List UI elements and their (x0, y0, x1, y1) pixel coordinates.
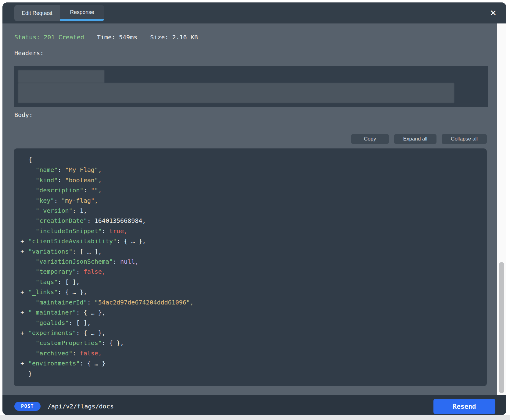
code-line: "goalIds": [ ], (19, 318, 481, 328)
code-line-text: "tags": [ ], (28, 277, 80, 287)
code-line-text: "experiments": { … }, (28, 328, 106, 338)
headers-label: Headers: (14, 49, 44, 57)
code-line: +"environments": { … } (19, 358, 481, 368)
code-gutter (19, 175, 28, 185)
code-line-text: "name": "My Flag", (28, 165, 102, 175)
response-meta: Status: 201 Created Time: 549ms Size: 2.… (14, 34, 198, 41)
code-line: "variationJsonSchema": null, (19, 257, 481, 267)
code-gutter (19, 267, 28, 277)
code-line-text: "environments": { … } (28, 358, 106, 368)
code-line: +"experiments": { … }, (19, 328, 481, 338)
code-gutter (19, 206, 28, 216)
code-line: +"_maintainer": { … }, (19, 308, 481, 318)
code-line-text: "key": "my-flag", (28, 196, 98, 206)
response-panel: Status: 201 Created Time: 549ms Size: 2.… (2, 23, 497, 395)
code-gutter (19, 297, 28, 308)
code-gutter (19, 165, 28, 175)
code-gutter (19, 369, 28, 379)
code-line: "archived": false, (19, 348, 481, 358)
code-line-text: "variationJsonSchema": null, (28, 257, 138, 267)
code-gutter (19, 318, 28, 328)
code-line: } (19, 369, 481, 379)
modal-content: Status: 201 Created Time: 549ms Size: 2.… (2, 23, 506, 395)
code-line-text: } (28, 369, 32, 379)
tab-response[interactable]: Response (60, 5, 104, 21)
code-line: "maintainerId": "54ac2d97de674204ddd6109… (19, 297, 481, 308)
expand-node-toggle[interactable]: + (19, 236, 28, 246)
page-background-strip (0, 415, 510, 420)
code-gutter (19, 216, 28, 226)
code-gutter (19, 338, 28, 348)
close-icon[interactable]: ✕ (488, 8, 498, 18)
code-line-text: { (28, 155, 32, 165)
code-line: "name": "My Flag", (19, 165, 481, 175)
code-line-text: "goalIds": [ ], (28, 318, 91, 328)
code-line-text: "variations": [ … ], (28, 247, 102, 257)
code-line: "temporary": false, (19, 267, 481, 277)
code-gutter (19, 226, 28, 236)
code-line-text: "customProperties": { }, (28, 338, 124, 348)
code-line-text: "_links": { … }, (28, 287, 87, 297)
expand-node-toggle[interactable]: + (19, 247, 28, 257)
code-line-text: "creationDate": 1640135668984, (28, 216, 146, 226)
scrollbar-track[interactable] (497, 23, 506, 395)
code-line-text: "kind": "boolean", (28, 175, 102, 185)
code-line: "creationDate": 1640135668984, (19, 216, 481, 226)
code-gutter (19, 348, 28, 358)
code-line: "tags": [ ], (19, 277, 481, 287)
expand-node-toggle[interactable]: + (19, 287, 28, 297)
code-gutter (19, 185, 28, 195)
code-line: { (19, 155, 481, 165)
status-text: Status: 201 Created (14, 34, 84, 41)
code-line: +"variations": [ … ], (19, 247, 481, 257)
code-gutter (19, 155, 28, 165)
code-line: "_version": 1, (19, 206, 481, 216)
code-line-text: "description": "", (28, 185, 102, 195)
collapse-all-button[interactable]: Collapse all (442, 134, 487, 144)
body-label: Body: (14, 111, 33, 119)
code-line: "description": "", (19, 185, 481, 195)
expand-node-toggle[interactable]: + (19, 358, 28, 368)
code-line: +"_links": { … }, (19, 287, 481, 297)
code-line-text: "includeInSnippet": true, (28, 226, 128, 236)
code-line: "key": "my-flag", (19, 196, 481, 206)
code-line-text: "_maintainer": { … }, (28, 308, 106, 318)
code-line: "kind": "boolean", (19, 175, 481, 185)
modal-footer: POST /api/v2/flags/docs Resend (2, 395, 506, 415)
code-line-text: "_version": 1, (28, 206, 87, 216)
expand-node-toggle[interactable]: + (19, 328, 28, 338)
code-line: "customProperties": { }, (19, 338, 481, 348)
time-text: Time: 549ms (97, 34, 137, 41)
redacted-header-block (18, 83, 454, 103)
code-line-text: "temporary": false, (28, 267, 106, 277)
copy-button[interactable]: Copy (351, 134, 389, 144)
tab-response-label: Response (70, 9, 94, 16)
modal-header: Edit Request Response ✕ (2, 2, 506, 23)
response-headers-box (14, 66, 488, 107)
code-line: "includeInSnippet": true, (19, 226, 481, 236)
expand-node-toggle[interactable]: + (19, 308, 28, 318)
code-gutter (19, 277, 28, 287)
code-line-text: "archived": false, (28, 348, 102, 358)
tab-edit-request-label: Edit Request (22, 10, 52, 16)
method-badge: POST (14, 402, 41, 411)
code-gutter (19, 257, 28, 267)
body-toolbar: Copy Expand all Collapse all (351, 134, 487, 144)
code-line-text: "clientSideAvailability": { … }, (28, 236, 146, 246)
size-text: Size: 2.16 KB (150, 34, 198, 41)
response-body-code[interactable]: { "name": "My Flag", "kind": "boolean", … (14, 148, 487, 386)
code-line-text: "maintainerId": "54ac2d97de674204ddd6109… (28, 297, 194, 308)
api-response-modal: Edit Request Response ✕ Status: 201 Crea… (2, 2, 506, 415)
resend-button[interactable]: Resend (433, 399, 495, 414)
tab-bar: Edit Request Response (14, 5, 104, 21)
redacted-header-block (18, 70, 104, 83)
code-gutter (19, 196, 28, 206)
scrollbar-thumb[interactable] (499, 262, 504, 393)
tab-edit-request[interactable]: Edit Request (14, 5, 60, 21)
request-path: /api/v2/flags/docs (48, 402, 114, 411)
code-line: +"clientSideAvailability": { … }, (19, 236, 481, 246)
expand-all-button[interactable]: Expand all (394, 134, 436, 144)
